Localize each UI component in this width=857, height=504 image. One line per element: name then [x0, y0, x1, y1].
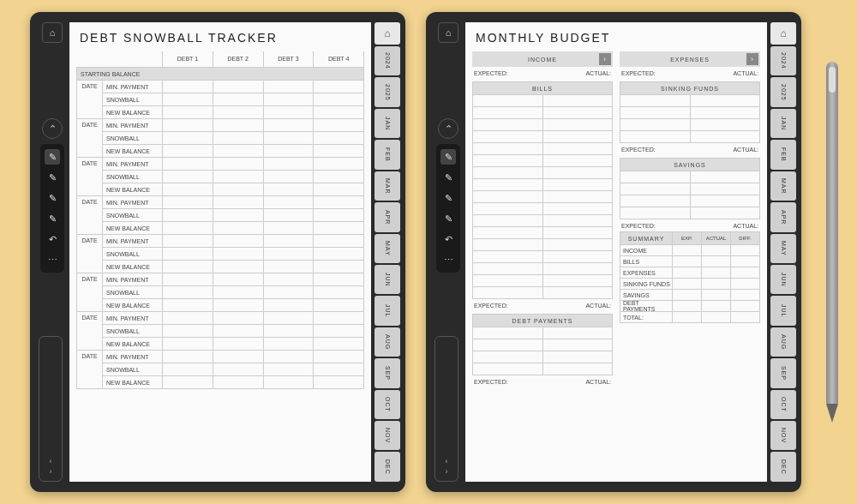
entry-line[interactable]: [472, 155, 613, 167]
cell[interactable]: [213, 273, 263, 285]
undo-icon[interactable]: ↶: [45, 231, 60, 247]
prev-page-icon[interactable]: ‹: [446, 457, 448, 465]
cell[interactable]: [213, 93, 263, 105]
cell[interactable]: [213, 363, 263, 375]
cell[interactable]: [213, 351, 263, 363]
cell[interactable]: [263, 235, 314, 247]
tool-pencil-icon[interactable]: ✎: [440, 170, 456, 185]
tab-nov[interactable]: NOV: [770, 421, 796, 450]
entry-line[interactable]: [472, 131, 613, 143]
entry-line[interactable]: [620, 107, 760, 119]
cell[interactable]: [162, 363, 213, 375]
cell[interactable]: [213, 299, 263, 311]
cell[interactable]: [263, 286, 314, 298]
tab-oct[interactable]: OCT: [770, 390, 796, 419]
entry-line[interactable]: [472, 107, 613, 119]
tab-sep[interactable]: SEP: [375, 358, 400, 387]
tool-marker-icon[interactable]: ✎: [45, 190, 60, 206]
summary-cell[interactable]: [730, 312, 759, 322]
cell[interactable]: [263, 312, 314, 324]
date-cell[interactable]: DATE: [76, 351, 102, 389]
cell[interactable]: [162, 286, 213, 298]
summary-cell[interactable]: [730, 267, 759, 278]
cell[interactable]: [313, 209, 364, 221]
summary-cell[interactable]: [730, 290, 759, 300]
entry-line[interactable]: [620, 207, 760, 219]
cell[interactable]: [263, 145, 314, 157]
cell[interactable]: [213, 338, 263, 350]
entry-line[interactable]: [472, 263, 613, 275]
cell[interactable]: [313, 222, 364, 234]
cell[interactable]: [213, 325, 263, 337]
entry-line[interactable]: [472, 119, 613, 131]
tab-aug[interactable]: AUG: [375, 327, 400, 357]
summary-cell[interactable]: [672, 301, 701, 311]
tab-apr[interactable]: APR: [375, 202, 400, 231]
more-icon[interactable]: ⋯: [440, 252, 456, 267]
summary-cell[interactable]: [672, 256, 701, 267]
next-page-icon[interactable]: ›: [50, 467, 52, 476]
cell[interactable]: [313, 376, 364, 388]
cell[interactable]: [313, 351, 364, 363]
cell[interactable]: [263, 363, 314, 375]
more-icon[interactable]: ⋯: [45, 252, 60, 267]
cell[interactable]: [263, 338, 314, 350]
tab-jan[interactable]: JAN: [375, 109, 400, 138]
summary-cell[interactable]: [701, 256, 730, 267]
cell[interactable]: [263, 351, 314, 363]
cell[interactable]: [313, 363, 364, 375]
cell[interactable]: [263, 248, 314, 260]
tool-pencil-icon[interactable]: ✎: [45, 170, 60, 185]
cell[interactable]: [162, 273, 213, 285]
undo-icon[interactable]: ↶: [440, 231, 456, 247]
cell[interactable]: [162, 312, 213, 324]
tab-mar[interactable]: MAR: [770, 171, 796, 201]
tab-nov[interactable]: NOV: [375, 421, 400, 450]
home-button[interactable]: ⌂: [438, 22, 458, 43]
tab-oct[interactable]: OCT: [375, 390, 400, 419]
entry-line[interactable]: [472, 179, 613, 191]
cell[interactable]: [263, 183, 314, 195]
cell[interactable]: [213, 183, 263, 195]
tab-2025[interactable]: 2025: [770, 77, 796, 106]
cell[interactable]: [263, 171, 314, 183]
tab-aug[interactable]: AUG: [770, 327, 796, 357]
entry-line[interactable]: [472, 351, 613, 363]
entry-line[interactable]: [472, 167, 613, 179]
entry-line[interactable]: [472, 227, 613, 239]
tool-eraser-icon[interactable]: ✎: [440, 211, 456, 226]
cell[interactable]: [213, 286, 263, 298]
entry-line[interactable]: [620, 119, 760, 131]
entry-line[interactable]: [472, 327, 613, 339]
summary-cell[interactable]: [672, 267, 701, 278]
summary-cell[interactable]: [672, 312, 701, 322]
cell[interactable]: [213, 222, 263, 234]
cell[interactable]: [213, 261, 263, 273]
entry-line[interactable]: [472, 95, 613, 107]
cell[interactable]: [162, 93, 213, 105]
cell[interactable]: [263, 106, 314, 118]
cell[interactable]: [162, 209, 213, 221]
tab-may[interactable]: MAY: [375, 234, 400, 263]
cell[interactable]: [313, 235, 364, 247]
cell[interactable]: [162, 235, 213, 247]
tab-mar[interactable]: MAR: [375, 171, 400, 201]
tool-marker-icon[interactable]: ✎: [440, 190, 456, 206]
tool-pen-icon[interactable]: ✎: [45, 149, 60, 165]
cell[interactable]: [313, 312, 364, 324]
summary-cell[interactable]: [672, 245, 701, 255]
tab-jul[interactable]: JUL: [375, 296, 400, 325]
date-cell[interactable]: DATE: [76, 158, 102, 196]
income-header[interactable]: INCOME ›: [472, 51, 613, 67]
entry-line[interactable]: [620, 183, 760, 195]
entry-line[interactable]: [620, 95, 760, 107]
summary-cell[interactable]: [730, 279, 759, 289]
cell[interactable]: [162, 183, 213, 195]
tab-dec[interactable]: DEC: [770, 452, 796, 481]
cell[interactable]: [313, 145, 364, 157]
entry-line[interactable]: [472, 251, 613, 263]
cell[interactable]: [263, 119, 314, 131]
chevron-right-icon[interactable]: ›: [746, 53, 758, 65]
cell[interactable]: [162, 81, 213, 93]
cell[interactable]: [263, 93, 314, 105]
